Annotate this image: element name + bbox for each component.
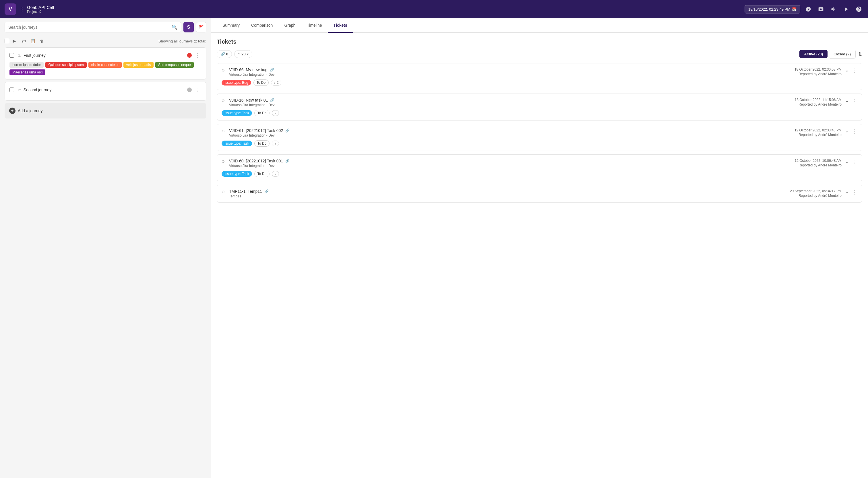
- tuning-icon[interactable]: [804, 5, 813, 14]
- ticket-0-expand[interactable]: ⌄: [844, 67, 850, 73]
- goal-label: Goal:: [27, 5, 37, 10]
- ticket-1-expand[interactable]: ⌄: [844, 98, 850, 103]
- goal-project: Project X: [27, 10, 745, 14]
- ticket-4-project: Temp11: [229, 194, 787, 198]
- journey-2-kebab[interactable]: ⋮: [194, 86, 202, 94]
- link-filter[interactable]: 🔗 0: [217, 50, 232, 58]
- ticket-3-assignee-icon: ⑂: [274, 172, 276, 176]
- ticket-0-header: ⊙ VJID-66: My new bug 🔗 Virtuoso Jira In…: [222, 67, 857, 76]
- ticket-0-title-row: VJID-66: My new bug 🔗: [229, 67, 792, 72]
- ticket-3-info: VJID-60: [20221012] Task 001 🔗 Virtuoso …: [229, 159, 793, 168]
- topbar-kebab[interactable]: ⋮: [20, 6, 25, 12]
- ticket-3-project: Virtuoso Jira Integration - Dev: [229, 164, 793, 168]
- ticket-1-info: VJID-16: New task 01 🔗 Virtuoso Jira Int…: [229, 98, 793, 107]
- ticket-3-expand[interactable]: ⌄: [844, 159, 850, 164]
- journey-card-2: 2: Second journey ⋮: [5, 82, 206, 101]
- tag-velit[interactable]: velit justo mattis: [123, 62, 154, 68]
- ticket-2-kebab[interactable]: ⋮: [852, 128, 857, 134]
- ticket-3-reporter: Reported by André Monteiro: [795, 163, 842, 167]
- ticket-0-issue-type[interactable]: Issue type: Bug: [222, 80, 251, 86]
- closed-filter-button[interactable]: Closed (9): [829, 50, 856, 59]
- ticket-4-date: 29 September 2022, 05:34:17 PM: [790, 189, 842, 193]
- ticket-1-assignee-icon: ⑂: [274, 111, 276, 115]
- goal-title: Goal: API Call: [27, 5, 745, 10]
- ticket-0-assignee[interactable]: ⑂ 2: [271, 80, 281, 86]
- s-badge-button[interactable]: S: [183, 22, 194, 32]
- journey-1-status: [187, 53, 192, 58]
- journey-2-header: 2: Second journey ⋮: [9, 86, 202, 94]
- journey-2-checkbox[interactable]: [9, 88, 14, 92]
- ticket-2-date: 12 October 2022, 02:38:48 PM: [795, 128, 842, 132]
- tag-quisque[interactable]: Quisque suscipit ipsum: [45, 62, 86, 68]
- search-input[interactable]: [8, 25, 169, 30]
- fork-filter[interactable]: ⑂ 20 ▾: [234, 50, 252, 58]
- ticket-4-kebab[interactable]: ⋮: [852, 189, 857, 195]
- journey-1-checkbox[interactable]: [9, 53, 14, 58]
- tab-timeline[interactable]: Timeline: [301, 19, 328, 33]
- journey-1-kebab[interactable]: ⋮: [194, 52, 202, 59]
- ticket-0-date: 18 October 2022, 02:30:03 PM: [795, 67, 842, 71]
- topbar-actions: 18/10/2022, 02:23:49 PM 📅: [745, 5, 863, 14]
- tag-maecenas[interactable]: Maecenas urna orci: [9, 69, 45, 75]
- tab-comparison[interactable]: Comparison: [245, 19, 278, 33]
- ticket-2-icon: ⊙: [222, 129, 227, 134]
- topbar-goal-info: Goal: API Call Project X: [27, 5, 745, 14]
- filter-dropdown-arrow: ▾: [247, 52, 249, 56]
- ticket-1-kebab[interactable]: ⋮: [852, 98, 857, 104]
- play-icon[interactable]: [842, 5, 851, 14]
- ticket-2-expand[interactable]: ⌄: [844, 128, 850, 134]
- ticket-1-assignee[interactable]: ⑂: [272, 110, 279, 116]
- ticket-3-link-icon[interactable]: 🔗: [285, 159, 290, 163]
- flag-button[interactable]: 🚩: [196, 22, 206, 32]
- tab-tickets[interactable]: Tickets: [328, 19, 353, 33]
- ticket-0-kebab[interactable]: ⋮: [852, 67, 857, 74]
- ticket-1-issue-type[interactable]: Issue type: Task: [222, 110, 252, 116]
- ticket-2-reporter: Reported by André Monteiro: [795, 133, 842, 137]
- active-filter-button[interactable]: Active (20): [799, 50, 828, 58]
- ticket-2-status[interactable]: To Do: [254, 140, 270, 147]
- select-all-checkbox[interactable]: [5, 39, 9, 43]
- ticket-2-link-icon[interactable]: 🔗: [285, 129, 290, 133]
- ticket-2-assignee[interactable]: ⑂: [272, 140, 279, 146]
- ticket-1-link-icon[interactable]: 🔗: [270, 98, 274, 102]
- ticket-1-icon: ⊙: [222, 98, 227, 103]
- ticket-3-date: 12 October 2022, 10:06:48 AM: [795, 159, 842, 163]
- ticket-3-header: ⊙ VJID-60: [20221012] Task 001 🔗 Virtuos…: [222, 159, 857, 168]
- ticket-3-assignee[interactable]: ⑂: [272, 171, 279, 177]
- journey-1-tags: Lorem ipsum dolor Quisque suscipit ipsum…: [9, 62, 202, 75]
- datetime-text: 18/10/2022, 02:23:49 PM: [748, 7, 790, 11]
- add-icon: +: [9, 107, 16, 114]
- ticket-2-issue-type[interactable]: Issue type: Task: [222, 140, 252, 146]
- ticket-0-link-icon[interactable]: 🔗: [270, 68, 274, 72]
- journey-1-title: First journey: [24, 53, 185, 58]
- tab-graph[interactable]: Graph: [278, 19, 301, 33]
- ticket-0-assignee-count: 2: [277, 81, 279, 85]
- ticket-4-info: TMP11-1: Temp11 🔗 Temp11: [229, 189, 787, 198]
- ticket-3-status[interactable]: To Do: [254, 171, 270, 177]
- tag-lorem[interactable]: Lorem ipsum dolor: [9, 62, 43, 68]
- app-logo[interactable]: V: [5, 3, 16, 15]
- ticket-3-meta: 12 October 2022, 10:06:48 AM Reported by…: [795, 159, 842, 167]
- search-box[interactable]: 🔍: [5, 22, 181, 32]
- add-journey-button[interactable]: + Add a journey: [5, 103, 206, 119]
- help-icon[interactable]: [854, 5, 863, 14]
- camera-icon[interactable]: [816, 5, 826, 14]
- tag-sed[interactable]: Sed tempus in neque: [155, 62, 193, 68]
- ticket-4-link-icon[interactable]: 🔗: [265, 189, 269, 193]
- ticket-1-date: 13 October 2022, 11:15:06 AM: [795, 98, 842, 102]
- ticket-3-issue-type[interactable]: Issue type: Task: [222, 171, 252, 177]
- tab-summary[interactable]: Summary: [217, 19, 245, 33]
- ticket-4-expand[interactable]: ⌄: [844, 189, 850, 194]
- ticket-3-kebab[interactable]: ⋮: [852, 159, 857, 165]
- delete-action-icon[interactable]: 🗑: [38, 37, 46, 45]
- play-action-icon[interactable]: ▶: [10, 37, 19, 45]
- sort-button[interactable]: ⇅: [858, 51, 862, 57]
- ticket-1-status[interactable]: To Do: [254, 110, 270, 116]
- tag-action-icon[interactable]: 🏷: [20, 37, 28, 45]
- ticket-0-status[interactable]: To Do: [253, 79, 269, 86]
- ticket-2-tags: Issue type: Task To Do ⑂: [222, 140, 857, 147]
- tag-nisl[interactable]: nisl in consectetur: [88, 62, 122, 68]
- volume-icon[interactable]: [829, 5, 838, 14]
- ticket-3-title-row: VJID-60: [20221012] Task 001 🔗: [229, 159, 793, 163]
- copy-action-icon[interactable]: 📋: [29, 37, 37, 45]
